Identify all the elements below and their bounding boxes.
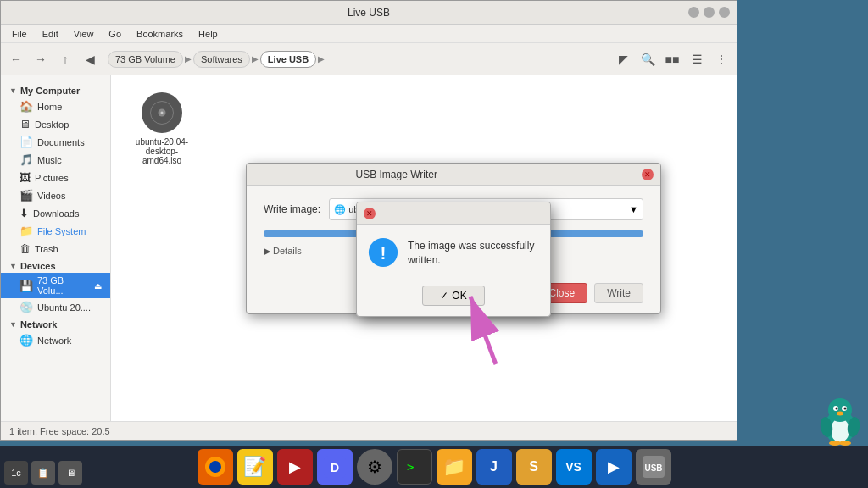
sidebar-item-filesystem[interactable]: 📁 File System [1, 222, 110, 240]
svg-point-14 [831, 419, 849, 442]
status-bar: 1 item, Free space: 20.5 [1, 421, 737, 440]
icon-view-button[interactable]: ■■ [661, 48, 683, 70]
taskbar-system-settings[interactable]: ⚙ [357, 449, 392, 485]
menu-file[interactable]: File [5, 27, 34, 41]
drive-icon: 💾 [19, 280, 33, 292]
downloads-icon: ⬇ [19, 207, 29, 219]
svg-point-18 [836, 408, 838, 410]
taskbar-firefox[interactable] [198, 449, 233, 485]
home-icon: 🏠 [19, 100, 33, 113]
prev-button[interactable]: ◀ [79, 48, 101, 70]
taskbar-joplin[interactable]: J [476, 449, 512, 485]
sidebar: ▼ My Computer 🏠 Home 🖥 Desktop 📄 Documen… [1, 75, 111, 421]
toolbar: ← → ↑ ◀ 73 GB Volume ▶ Softwares ▶ Live … [1, 43, 737, 75]
taskbar-notes[interactable]: 📝 [237, 449, 273, 485]
usb-dialog-title: USB Image Writer [356, 169, 437, 180]
bottom-left-icon-2[interactable]: 📋 [31, 461, 55, 485]
taskbar-sublime[interactable]: S [516, 449, 552, 485]
taskbar: 📝 ▶ D ⚙ >_ 📁 J S VS ▶ USB [0, 446, 868, 488]
taskbar-media2[interactable]: ▶ [596, 449, 632, 485]
taskbar-vscode[interactable]: VS [556, 449, 592, 485]
taskbar-files[interactable]: 📁 [437, 449, 472, 485]
sidebar-item-music[interactable]: 🎵 Music [1, 151, 110, 169]
menu-bar: File Edit View Go Bookmarks Help [1, 25, 737, 43]
sidebar-item-network[interactable]: 🌐 Network [1, 331, 110, 349]
menu-view[interactable]: View [67, 27, 101, 41]
bottom-left-icons: 1c 📋 🖥 [4, 461, 82, 485]
svg-text:!: ! [381, 243, 387, 263]
sidebar-section-devices[interactable]: ▼ Devices [1, 258, 110, 273]
taskbar-terminal[interactable]: >_ [397, 449, 432, 485]
sidebar-item-pictures[interactable]: 🖼 Pictures [1, 169, 110, 186]
sidebar-section-my-computer[interactable]: ▼ My Computer [1, 82, 110, 97]
compact-view-button[interactable]: ⋮ [710, 48, 732, 70]
svg-point-15 [828, 398, 852, 422]
sidebar-item-home[interactable]: 🏠 Home [1, 97, 110, 115]
taskbar-usb[interactable]: USB [636, 449, 671, 485]
svg-point-8 [209, 461, 221, 473]
svg-line-6 [470, 297, 496, 364]
dropdown-arrow: ▼ [629, 204, 638, 214]
title-bar: Live USB [1, 1, 737, 25]
success-icon: ! [367, 236, 399, 269]
svg-text:USB: USB [644, 463, 662, 473]
sidebar-item-downloads[interactable]: ⬇ Downloads [1, 204, 110, 222]
success-title-bar: ✕ [357, 202, 550, 225]
details-label: Details [273, 246, 302, 256]
search-button[interactable]: 🔍 [637, 48, 659, 70]
bottom-left-icon-1[interactable]: 1c [4, 461, 28, 485]
expand-arrow-network: ▼ [9, 320, 17, 329]
pink-arrow-svg [462, 288, 530, 373]
documents-icon: 📄 [19, 136, 33, 148]
videos-icon: 🎬 [19, 189, 33, 202]
close-button[interactable] [719, 7, 730, 18]
breadcrumb-arrow-1: ▶ [185, 54, 192, 64]
sidebar-item-documents[interactable]: 📄 Documents [1, 133, 110, 151]
sidebar-item-ubuntu[interactable]: 💿 Ubuntu 20.... [1, 298, 110, 316]
up-button[interactable]: ↑ [54, 48, 76, 70]
penguin-mascot [819, 395, 861, 441]
write-button[interactable]: Write [594, 283, 643, 303]
success-close-button[interactable]: ✕ [364, 208, 376, 219]
maximize-button[interactable] [704, 7, 715, 18]
menu-help[interactable]: Help [192, 27, 225, 41]
status-text: 1 item, Free space: 20.5 [9, 426, 110, 436]
list-view-button[interactable]: ☰ [686, 48, 708, 70]
breadcrumb: 73 GB Volume ▶ Softwares ▶ Live USB ▶ [108, 51, 605, 68]
forward-button[interactable]: → [30, 48, 52, 70]
bottom-left-icon-3[interactable]: 🖥 [58, 461, 82, 485]
minimize-button[interactable] [688, 7, 699, 18]
iso-file-icon [142, 92, 182, 133]
menu-go[interactable]: Go [102, 27, 128, 41]
usb-dialog-close-button[interactable]: ✕ [642, 169, 654, 180]
success-message: The image was successfully written. [408, 239, 540, 268]
iso-file-name: ubuntu-20.04-desktop-amd64.iso [128, 137, 196, 165]
sidebar-section-network[interactable]: ▼ Network [1, 316, 110, 331]
window-controls [688, 7, 730, 18]
sidebar-item-desktop[interactable]: 🖥 Desktop [1, 115, 110, 133]
breadcrumb-volume[interactable]: 73 GB Volume [108, 51, 183, 68]
sidebar-item-trash[interactable]: 🗑 Trash [1, 240, 110, 258]
breadcrumb-arrow-3: ▶ [318, 54, 325, 64]
taskbar-media-player[interactable]: ▶ [277, 449, 313, 485]
breadcrumb-softwares[interactable]: Softwares [193, 51, 250, 68]
music-icon: 🎵 [19, 153, 33, 166]
trash-icon: 🗑 [19, 242, 31, 255]
breadcrumb-live-usb[interactable]: Live USB [260, 51, 316, 68]
write-image-label: Write image: [264, 203, 320, 215]
expand-arrow-my-computer: ▼ [9, 86, 17, 95]
sidebar-item-videos[interactable]: 🎬 Videos [1, 186, 110, 204]
pictures-icon: 🖼 [19, 171, 31, 184]
file-item-iso[interactable]: ubuntu-20.04-desktop-amd64.iso [124, 88, 200, 169]
sidebar-item-73gb[interactable]: 💾 73 GB Volu... ⏏ [1, 273, 110, 298]
taskbar-discord[interactable]: D [317, 449, 353, 485]
menu-edit[interactable]: Edit [36, 27, 65, 41]
ok-checkmark: ✓ [440, 290, 448, 302]
view-window-button[interactable]: ◤ [612, 48, 634, 70]
expand-arrow-devices: ▼ [9, 262, 17, 270]
eject-icon[interactable]: ⏏ [94, 281, 102, 291]
menu-bookmarks[interactable]: Bookmarks [130, 27, 190, 41]
back-button[interactable]: ← [5, 48, 27, 70]
network-icon: 🌐 [19, 334, 33, 347]
arrow-annotation [462, 288, 530, 375]
